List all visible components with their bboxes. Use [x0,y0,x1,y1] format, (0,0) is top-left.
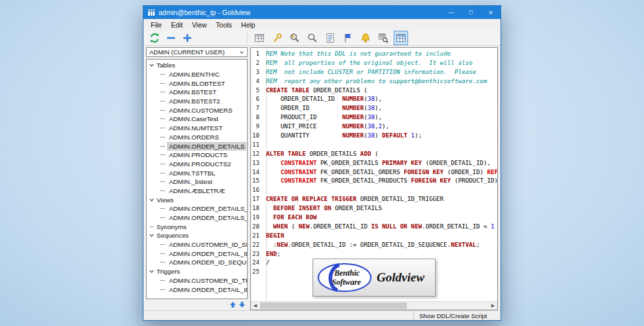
tree-item[interactable]: ADMIN.ORDER_DETAILS [147,141,247,151]
line-number: 18 [251,204,263,213]
tree-item[interactable]: ADMIN.PRODUCTS2 [147,160,247,169]
scroll-right-button[interactable]: ▶ [489,302,497,310]
code-line: 21BEGIN [251,231,497,240]
alerts-button[interactable] [358,31,373,45]
tree-item-label: ADMIN.ORDER_DETAILS_VIE [168,214,248,221]
line-number: 4 [251,77,263,86]
script-icon [325,33,335,43]
minimize-button[interactable]: — [442,6,461,19]
code-line: 2REM all properties of the original obje… [251,58,497,67]
chevron-down-icon[interactable] [149,62,156,68]
toolbar-separator [247,32,248,43]
tree-connector [160,74,165,75]
tree-item[interactable]: ADMIN.ORDER_DETAIL_ID_T [147,285,247,294]
scroll-left-button[interactable]: ◀ [251,302,259,310]
tree-item[interactable]: ADMIN.TSTTBL [147,168,247,177]
code-line: 3REM not include CLUSTER or PARTITION in… [251,67,497,77]
tree-item[interactable]: ADMIN.BSTEST2 [147,97,247,106]
code-line: 19 FOR EACH ROW [251,213,497,222]
horizontal-scrollbar[interactable]: ◀ ▶ [251,301,497,310]
tree-group-sequences[interactable]: Sequences [147,231,247,240]
tree-item-label: ADMIN.ORDERS [168,134,220,141]
table-search-button[interactable] [376,31,390,45]
tree-item[interactable]: ADMIN.CUSTOMERS [147,105,247,115]
code-line: 4REM report any other problems to suppor… [251,77,497,86]
code-editor[interactable]: 1REM Note that this DDL is not guarantee… [250,47,498,310]
maximize-button[interactable]: □ [461,6,481,19]
tree-item[interactable]: ADMIN.BLOBTEST [147,79,247,88]
script-button[interactable] [323,31,337,45]
code-text: UNIT_PRICE NUMBER(38,2), [263,122,389,131]
tree-item[interactable]: ADMIN.CaseTest [147,115,247,124]
find-button[interactable] [305,31,320,45]
find-privilege-button[interactable] [288,31,302,45]
table-search-icon [378,33,388,43]
chevron-down-icon [239,50,244,55]
tree-item[interactable]: ADMIN.ORDER_DETAILS_VIE [147,204,247,213]
menu-view[interactable]: View [187,20,212,30]
tree-item[interactable]: ADMIN.ORDER_DETAILS_VIE [147,213,247,223]
code-text: ORDER_ID NUMBER(38), [263,103,382,113]
code-line: 22 :NEW.ORDER_DETAIL_ID := ORDER_DETAIL_… [251,240,497,249]
menu-file[interactable]: File [146,20,166,30]
search-icon [307,33,318,43]
tree-item[interactable]: ADMIN.ORDER_DETAIL_ID_S [147,249,247,258]
tree-group-tables[interactable]: Tables [147,61,247,70]
tree-item[interactable]: ADMIN.BENTHIC [147,70,247,79]
tree-item[interactable]: ADMIN.ÆBLETRÆ [147,187,247,196]
chevron-down-icon[interactable] [149,268,156,274]
tree-group-triggers[interactable]: Triggers [147,267,247,276]
show-ddl-button[interactable] [394,31,408,45]
app-icon [147,9,155,16]
user-dropdown[interactable]: ADMIN (CURRENT USER) [146,47,248,57]
goldview-wordmark: Goldview [377,270,425,285]
menu-edit[interactable]: Edit [166,20,187,30]
menu-tools[interactable]: Tools [212,20,237,30]
tree-connector [160,280,165,281]
search-key-icon [290,33,300,43]
chevron-down-icon[interactable] [149,232,156,238]
code-line: 7 ORDER_ID NUMBER(38), [251,103,497,113]
tree-item[interactable]: ADMIN.PRODUCTS [147,151,247,160]
tree-connector [160,110,165,111]
title-bar[interactable]: admin@benthic_tp - Goldview — □ × [143,6,501,19]
scroll-up-button[interactable] [229,301,237,308]
key-icon [272,33,282,43]
tree-item[interactable]: ADMIN.CUSTOMER_ID_TRIG [147,276,247,285]
flag-button[interactable] [341,31,355,45]
code-text: BEFORE INSERT ON ORDER_DETAILS [263,204,382,213]
tree-item[interactable]: ADMIN.ORDER_ID_SEQUEN [147,258,247,267]
tree-group-label: Tables [157,62,175,69]
table-data-button[interactable] [252,31,267,45]
tree-item[interactable]: ADMIN.ORDERS [147,133,247,142]
tree-connector [160,181,165,182]
chevron-down-icon[interactable] [149,197,156,203]
tree-connector [160,262,165,263]
tree-item-label: ADMIN.PRODUCTS2 [168,160,233,168]
scrollbar-track[interactable] [259,302,489,310]
status-bar: Show DDL/Create Script [143,310,501,320]
add-button[interactable] [180,31,195,45]
tree-item-label: ADMIN.ORDER_DETAILS_VIE [168,205,248,212]
desktop: { "colors": { "titlebar": "#1e80d8", "co… [0,0,644,326]
line-number: 25 [251,267,263,276]
scroll-down-button[interactable] [238,301,246,308]
remove-button[interactable] [164,31,178,45]
scrollbar-thumb[interactable] [260,302,407,309]
refresh-button[interactable] [147,31,162,45]
menu-help[interactable]: Help [237,20,260,30]
tree-item[interactable]: ADMIN.BSTEST [147,88,247,97]
tree-group-views[interactable]: Views [147,195,247,204]
tree-group-synonyms[interactable]: Synonyms [147,222,247,231]
tree-panel[interactable]: TablesADMIN.BENTHICADMIN.BLOBTESTADMIN.B… [146,59,248,299]
code-text: FOR EACH ROW [263,213,316,222]
benthic-oval-logo: Benthic Software [317,262,372,293]
privileges-button[interactable] [270,31,284,45]
tree-item[interactable]: ADMIN.NUMTEST [147,124,247,133]
code-text: REM Note that this DDL is not guaranteed… [263,49,451,58]
sidebar: ADMIN (CURRENT USER) TablesADMIN.BENTHIC… [146,47,248,309]
tree-connector [160,289,165,290]
tree-item[interactable]: ADMIN.CUSTOMER_ID_SEQ [147,240,247,249]
close-button[interactable]: × [481,6,501,19]
tree-item[interactable]: ADMIN._bstest [147,177,247,187]
